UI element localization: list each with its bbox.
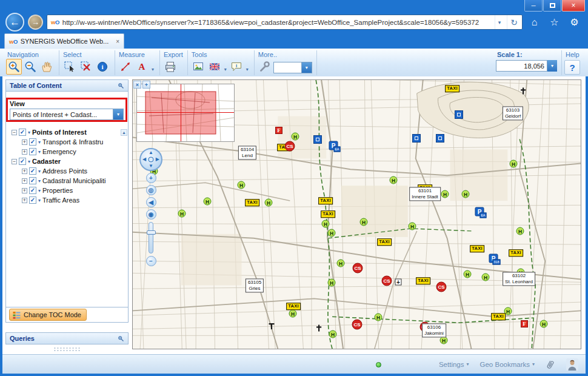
pin-icon[interactable] — [118, 335, 124, 342]
pan-center-icon[interactable] — [149, 157, 154, 163]
pan-right-icon[interactable]: ▶ — [156, 157, 159, 162]
zoom-slider-handle[interactable] — [147, 230, 156, 235]
panel-resize-handle[interactable] — [53, 347, 81, 351]
full-extent-button[interactable]: ◎ — [146, 185, 156, 195]
home-button[interactable]: ⌂ — [526, 14, 543, 30]
change-toc-mode-button[interactable]: Change TOC Mode — [9, 309, 87, 321]
minimize-button[interactable]: ─ — [524, 0, 543, 12]
identify-button[interactable]: i — [95, 59, 110, 75]
measure-dropdown-icon[interactable]: ▾ — [150, 67, 155, 72]
layer-dropdown-icon[interactable]: ▾ — [38, 188, 41, 193]
forward-button[interactable]: → — [28, 15, 43, 30]
annotate-text-button[interactable]: A — [134, 59, 150, 75]
tree-expander-icon[interactable]: + — [22, 169, 27, 174]
overview-move-button[interactable]: + — [142, 81, 150, 89]
layer-checkbox[interactable]: ✓ — [29, 138, 36, 146]
close-button[interactable]: × — [562, 0, 585, 12]
more-dropdown-icon[interactable]: ▾ — [301, 62, 312, 73]
zoom-slider[interactable] — [149, 222, 153, 253]
map-marker-h: H — [441, 190, 449, 198]
map-canvas[interactable]: HHHHHHHHHHHHHHHHHHHHHHHHHHHTAXITAXITAXIT… — [132, 79, 581, 349]
user-avatar[interactable] — [566, 358, 578, 371]
layer-checkbox[interactable]: ✓ — [29, 148, 36, 155]
paperclip-icon[interactable] — [544, 357, 558, 372]
clear-selection-button[interactable] — [78, 59, 94, 75]
layer-checkbox[interactable]: ✓ — [19, 158, 26, 165]
pin-icon[interactable] — [118, 82, 124, 89]
help-button[interactable]: ? — [564, 60, 580, 75]
center-map-button[interactable]: ◉ — [146, 209, 156, 220]
toc-tree-item[interactable]: + ✓ ▾ Emergency — [10, 147, 124, 156]
url-dropdown-icon[interactable]: ▾ — [495, 15, 504, 29]
layer-checkbox[interactable]: ✓ — [19, 129, 26, 136]
layer-dropdown-icon[interactable]: ▾ — [38, 198, 41, 203]
pan-up-icon[interactable]: ▲ — [149, 150, 153, 155]
measure-distance-button[interactable] — [118, 59, 133, 75]
zoom-in-map-button[interactable]: + — [146, 173, 156, 183]
tree-expander-icon[interactable]: − — [12, 159, 17, 164]
tree-expander-icon[interactable]: + — [22, 198, 27, 203]
layer-dropdown-icon[interactable]: ▾ — [38, 178, 41, 184]
pan-tool-button[interactable] — [39, 59, 55, 75]
toc-panel-header[interactable]: Table of Content — [5, 79, 129, 92]
zoom-in-button[interactable] — [6, 59, 22, 75]
layer-checkbox[interactable]: ✓ — [29, 177, 36, 184]
language-button[interactable] — [207, 59, 222, 75]
pan-control[interactable]: ▲ ▼ ◀ ▶ — [139, 148, 162, 171]
layer-dropdown-icon[interactable]: ▾ — [38, 139, 41, 145]
minimize-icon: ─ — [531, 2, 535, 9]
favorites-button[interactable]: ☆ — [546, 14, 563, 30]
toc-tree-item[interactable]: + ✓ ▾ Cadastral Municipaliti — [10, 176, 124, 186]
view-dropdown-icon[interactable]: ▾ — [113, 109, 123, 119]
geo-bookmarks-menu[interactable]: Geo Bookmarks ▾ — [480, 361, 535, 368]
feedback-dropdown-icon[interactable]: ▾ — [245, 67, 250, 72]
tree-expander-icon[interactable]: + — [22, 149, 27, 155]
pan-left-icon[interactable]: ◀ — [142, 157, 146, 162]
layer-checkbox[interactable]: ✓ — [29, 187, 36, 194]
back-button[interactable]: ← — [5, 13, 24, 32]
tree-scroll-up-icon[interactable]: ▲ — [121, 129, 127, 136]
refresh-icon[interactable]: ↻ — [507, 15, 521, 29]
toc-tree-item[interactable]: + ✓ ▾ Transport & Infrastru — [10, 137, 124, 147]
tree-expander-icon[interactable]: + — [22, 139, 27, 145]
toc-tree-item[interactable]: + ✓ ▾ Properties — [10, 186, 124, 195]
scale-input[interactable] — [496, 60, 547, 72]
layer-dropdown-icon[interactable]: ▾ — [38, 169, 41, 174]
layer-checkbox[interactable]: ✓ — [29, 167, 36, 175]
settings-menu[interactable]: Settings ▾ — [439, 361, 469, 368]
screenshot-button[interactable] — [190, 59, 206, 75]
previous-extent-button[interactable]: ◀ — [146, 197, 156, 207]
toc-tree-item[interactable]: − ✓ ▾ Cadaster — [10, 156, 124, 166]
browser-tab[interactable]: wO SYNERGIS WebOffice Web... × — [4, 33, 124, 49]
tree-expander-icon[interactable]: + — [22, 178, 27, 184]
overview-close-button[interactable]: × — [133, 81, 141, 89]
tree-expander-icon[interactable]: − — [12, 130, 17, 135]
view-dropdown[interactable]: Points of Interest + Cadast... ▾ — [10, 109, 124, 120]
pan-down-icon[interactable]: ▼ — [149, 164, 153, 169]
layer-dropdown-icon[interactable]: ▾ — [38, 149, 41, 155]
advanced-tools-button[interactable] — [257, 59, 273, 75]
map-marker-taxi: TAXI — [286, 303, 301, 310]
maximize-button[interactable] — [543, 0, 561, 12]
toc-tree-item[interactable]: + ✓ ▾ Address Points — [10, 166, 124, 176]
queries-panel-header[interactable]: Queries — [5, 332, 129, 344]
language-dropdown-icon[interactable]: ▾ — [223, 67, 228, 72]
address-bar[interactable]: wO http://w-ws-wintner/WebOffice/synserv… — [47, 15, 523, 30]
zoom-out-button[interactable] — [22, 59, 38, 75]
toc-tree-item[interactable]: − ✓ ▾ Points of Interest — [10, 127, 124, 137]
more-tools-dropdown[interactable]: ▾ — [273, 62, 312, 73]
tab-close-icon[interactable]: × — [116, 38, 119, 45]
overview-map[interactable] — [136, 84, 235, 142]
print-button[interactable] — [162, 59, 178, 75]
toc-tree-item[interactable]: + ✓ ▾ Traffic Areas — [10, 195, 124, 205]
browser-settings-button[interactable]: ⚙ — [566, 14, 583, 30]
layer-dropdown-icon[interactable]: ▾ — [28, 159, 30, 164]
tree-expander-icon[interactable]: + — [22, 188, 27, 193]
layer-checkbox[interactable]: ✓ — [29, 196, 36, 204]
scale-dropdown-icon[interactable]: ▾ — [547, 60, 557, 72]
select-rectangle-button[interactable] — [62, 59, 78, 75]
layer-dropdown-icon[interactable]: ▾ — [28, 130, 30, 135]
zoom-out-map-button[interactable]: − — [146, 256, 156, 266]
feedback-button[interactable]: i — [229, 59, 244, 75]
url-text[interactable]: http://w-ws-wintner/WebOffice/synserver?… — [62, 19, 492, 26]
